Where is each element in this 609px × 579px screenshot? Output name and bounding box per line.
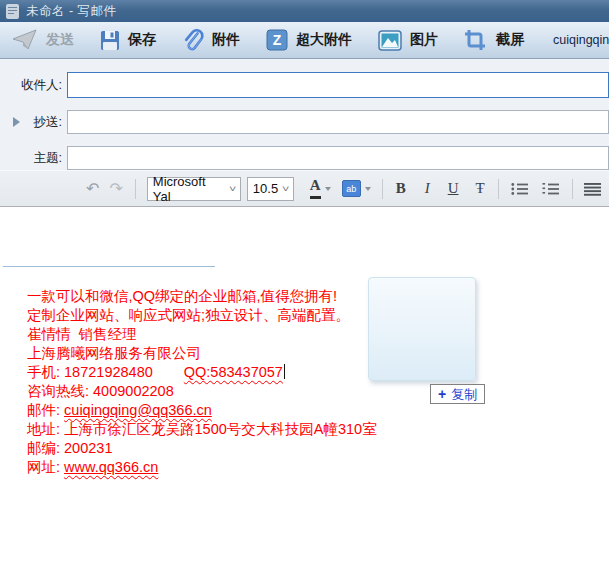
message-body-editor[interactable]: 一款可以和微信,QQ绑定的企业邮箱,值得您拥有! 定制企业网站、响应式网站;独立…: [0, 207, 609, 579]
screenshot-icon: [464, 29, 488, 51]
website-label: 网址:: [27, 459, 64, 475]
window-title: 未命名 - 写邮件: [26, 3, 117, 20]
signature-block: 一款可以和微信,QQ绑定的企业邮箱,值得您拥有! 定制企业网站、响应式网站;独立…: [27, 287, 377, 477]
numbered-list-icon[interactable]: [542, 182, 559, 196]
strikethrough-button[interactable]: Ŧ: [476, 181, 485, 196]
main-toolbar: 发送 保存 附件 Z 超大附件: [0, 22, 609, 59]
super-attach-button[interactable]: Z 超大附件: [266, 29, 352, 51]
sig-line-slogan1: 一款可以和微信,QQ绑定的企业邮箱,值得您拥有!: [27, 287, 377, 306]
bullet-list-icon[interactable]: [511, 182, 528, 196]
send-icon: [12, 29, 38, 51]
attach-label: 附件: [212, 31, 240, 49]
qq-number: QQ:583437057: [184, 364, 283, 380]
account-name[interactable]: cuiqingqin: [553, 22, 609, 59]
plus-icon: +: [438, 387, 446, 401]
sig-line-name-title: 崔情情 销售经理: [27, 325, 377, 344]
font-color-button[interactable]: A: [310, 178, 321, 199]
font-family-select[interactable]: Microsoft Yal ˅: [147, 177, 241, 201]
save-label: 保存: [128, 31, 156, 49]
separator: [572, 179, 573, 199]
sig-line-phone-qq: 手机: 18721928480QQ:583437057: [27, 363, 377, 382]
redo-icon[interactable]: ↷: [109, 181, 122, 197]
font-size-value: 10.5: [253, 181, 278, 196]
align-justify-icon[interactable]: [584, 182, 601, 196]
cc-label: 抄送:: [0, 114, 62, 131]
font-family-value: Microsoft Yal: [153, 174, 226, 204]
image-button[interactable]: 图片: [378, 30, 438, 51]
undo-icon[interactable]: ↶: [86, 181, 99, 197]
compose-mail-window: 未命名 - 写邮件 发送 保存 附件: [0, 0, 609, 579]
sig-line-zipcode: 邮编: 200231: [27, 439, 377, 458]
super-attach-label: 超大附件: [296, 31, 352, 49]
save-icon: [100, 30, 120, 51]
dragged-note-preview[interactable]: [368, 277, 476, 381]
screenshot-label: 截屏: [496, 31, 524, 49]
title-bar[interactable]: 未命名 - 写邮件: [0, 0, 609, 22]
super-attach-icon: Z: [266, 29, 288, 51]
to-input[interactable]: [67, 72, 609, 98]
separator: [498, 179, 499, 199]
save-button[interactable]: 保存: [100, 30, 156, 51]
chevron-down-icon: ˅: [228, 184, 235, 194]
bold-button[interactable]: B: [396, 181, 406, 196]
separator: [135, 179, 136, 199]
attach-button[interactable]: 附件: [182, 29, 240, 52]
screenshot-button[interactable]: 截屏: [464, 29, 524, 51]
sig-line-hotline: 咨询热线: 4009002208: [27, 382, 377, 401]
document-icon: [6, 4, 19, 19]
sig-line-email: 邮件: cuiqingqing@qq366.cn: [27, 401, 377, 420]
font-size-select[interactable]: 10.5 ˅: [247, 177, 294, 201]
sig-line-slogan2: 定制企业网站、响应式网站;独立设计、高端配置。: [27, 306, 377, 325]
address-fields: 收件人: 抄送: 主题:: [0, 59, 609, 170]
paperclip-icon: [182, 29, 204, 52]
sig-line-address: 地址: 上海市徐汇区龙吴路1500号交大科技园A幢310室: [27, 420, 377, 439]
to-label: 收件人:: [0, 77, 62, 94]
separator: [382, 179, 383, 199]
cc-input[interactable]: [67, 110, 609, 134]
cc-expand-arrow-icon[interactable]: [13, 117, 20, 127]
underline-button[interactable]: U: [448, 181, 459, 196]
highlight-button[interactable]: ab: [342, 180, 361, 197]
to-row: 收件人:: [0, 72, 609, 98]
image-label: 图片: [410, 31, 438, 49]
svg-text:Z: Z: [273, 32, 282, 48]
cc-row: 抄送:: [0, 110, 609, 134]
subject-input[interactable]: [67, 146, 609, 170]
highlight-dropdown-icon[interactable]: [365, 187, 371, 191]
chevron-down-icon: ˅: [281, 184, 288, 194]
sig-line-company: 上海腾曦网络服务有限公司: [27, 344, 377, 363]
copy-label: 复制: [451, 388, 477, 401]
subject-label: 主题:: [0, 150, 62, 167]
text-caret: [284, 364, 286, 379]
italic-button[interactable]: I: [425, 181, 430, 196]
subject-row: 主题:: [0, 146, 609, 170]
email-link[interactable]: cuiqingqing@qq366.cn: [64, 402, 212, 418]
format-toolbar: ↶ ↷ Microsoft Yal ˅ 10.5 ˅ A ab B I U Ŧ: [0, 170, 609, 207]
phone-text: 手机: 18721928480: [27, 364, 153, 380]
email-label: 邮件:: [27, 402, 64, 418]
font-color-dropdown-icon[interactable]: [325, 187, 331, 191]
image-icon: [378, 30, 402, 51]
website-link[interactable]: www.qq366.cn: [64, 459, 158, 475]
sig-line-website: 网址: www.qq366.cn: [27, 458, 377, 477]
copy-button[interactable]: + 复制: [430, 384, 485, 404]
send-button[interactable]: 发送: [12, 29, 74, 51]
send-label: 发送: [46, 31, 74, 49]
signature-divider: [3, 266, 215, 267]
